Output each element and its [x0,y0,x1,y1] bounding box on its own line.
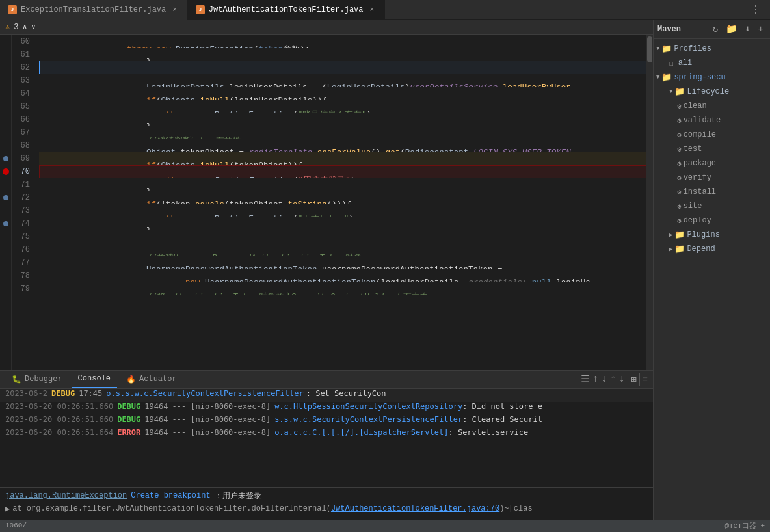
linenum-64: 64 [12,87,30,100]
editor-panel: ⚠ 3 ∧ ∨ [0,20,653,520]
lifecycle-package[interactable]: ⚙ package [654,156,770,170]
nav-down[interactable]: ∨ [31,22,36,32]
log-msg-3: : Servlet.service [448,428,528,437]
maven-lifecycle-item[interactable]: ▼ 📁 Lifecycle [654,85,770,99]
tab-close-1[interactable]: × [170,5,179,15]
console-download-btn[interactable]: ↓ [619,373,626,385]
code-line-72: if(!token.equals(tokenObject.toString())… [39,191,646,204]
line-73-content: throw new RuntimeException("无效token"); [39,204,646,217]
code-line-73: throw new RuntimeException("无效token"); [39,204,646,217]
maven-profiles-item[interactable]: ▼ 📁 Profiles [654,42,770,56]
stack-link[interactable]: JwtAuthenticationTokenFilter.java:70 [331,504,499,513]
console-grid-btn[interactable]: ⊞ [628,373,639,386]
maven-depend-item[interactable]: ▶ 📁 Depend [654,242,770,256]
linenum-67: 67 [12,126,30,139]
lifecycle-site[interactable]: ⚙ site [654,199,770,213]
line-63-content: LoginUserDetails loginUserDetails = (Log… [39,74,646,87]
lock-indicator-74 [3,221,8,226]
console-label: Console [78,374,111,383]
plugins-expand-icon: ▶ [669,232,672,239]
java-icon-1: J [8,5,17,14]
maven-plugins-item[interactable]: ▶ 📁 Plugins [654,228,770,242]
code-line-63: LoginUserDetails loginUserDetails = (Log… [39,74,646,87]
log-thread-1: --- [nio-8060-exec-8] [172,402,271,411]
spring-folder-icon: 📁 [661,72,672,83]
lifecycle-verify[interactable]: ⚙ verify [654,170,770,185]
log-thread-3: --- [nio-8060-exec-8] [172,428,271,437]
warning-icon: ⚠ [5,22,10,32]
code-lines: throw new RuntimeException(token参数); } [35,35,646,370]
log-time-2: 2023-06-20 00:26:51.660 [5,415,113,424]
gutter-72 [0,191,11,204]
plugins-label: Plugins [687,230,719,239]
lifecycle-test[interactable]: ⚙ test [654,142,770,156]
linenum-79: 79 [12,282,30,295]
log-class-0: o.s.s.w.c.SecurityContextPersistenceFilt… [106,389,303,398]
lifecycle-validate[interactable]: ⚙ validate [654,113,770,127]
maven-spring-item[interactable]: ▼ 📁 spring-secu [654,70,770,85]
code-line-76: //构建UsernamePasswordAuthenticationToken对… [39,243,646,256]
left-gutter [0,35,12,370]
line-65-content: throw new RuntimeException("账号信息不存在"); [39,100,646,113]
gutter-62 [0,61,11,74]
tab-actuator[interactable]: 🔥 Actuator [120,370,183,388]
lifecycle-deploy[interactable]: ⚙ deploy [654,213,770,228]
exception-class[interactable]: java.lang.RuntimeException [5,491,127,500]
line-77-content: UsernamePasswordAuthenticationToken user… [39,256,646,269]
tab-exception-filter[interactable]: J ExceptionTranslationFilter.java × [0,0,188,20]
nav-up[interactable]: ∧ [22,22,27,32]
actuator-label: Actuator [139,375,177,384]
gutter-63 [0,74,11,87]
code-line-64: if(Objects.isNull(loginUserDetails)){ [39,87,646,100]
breakpoint-70[interactable] [3,168,9,175]
maven-download-btn[interactable]: ⬇ [742,22,752,36]
create-breakpoint-label[interactable]: Create breakpoint [131,491,210,500]
exception-message: ：用户未登录 [215,490,261,501]
linenum-72: 72 [12,191,30,204]
line-71-content: } [39,178,646,191]
maven-add-btn[interactable]: + [756,23,766,36]
tab-bar: J ExceptionTranslationFilter.java × J Jw… [0,0,770,20]
lifecycle-install[interactable]: ⚙ install [654,185,770,199]
tab-close-2[interactable]: × [367,5,377,15]
code-line-75 [39,230,646,243]
gutter-61 [0,48,11,61]
spring-label: spring-secu [674,73,725,82]
code-line-79: //将authenticationToken对象放入SecurityContex… [39,282,646,295]
console-wrap-btn[interactable]: ☰ [581,373,590,386]
linenum-63: 63 [12,74,30,87]
line-70-content: throw new RuntimeException("用户未登录"); [40,166,646,178]
tab-bar-end: ⋮ [747,2,770,18]
code-line-78: new UsernamePasswordAuthenticationToken(… [39,269,646,282]
lifecycle-clean[interactable]: ⚙ clean [654,99,770,113]
line-66-content: } [39,113,646,126]
tab-console[interactable]: Console [72,370,117,388]
tab-jwt-filter[interactable]: J JwtAuthenticationTokenFilter.java × [188,0,385,20]
gear-comp-icon: ⚙ [677,131,682,139]
log-level-3: ERROR [117,428,140,437]
log-level-0: DEBUG [51,389,75,398]
console-scroll-down[interactable]: ↓ [601,373,607,385]
log-level-1: DEBUG [117,402,140,411]
maven-folder-btn[interactable]: 📁 [723,22,739,36]
line-62-content [40,61,646,74]
console-scroll-up[interactable]: ↑ [592,373,599,385]
lifecycle-compile[interactable]: ⚙ compile [654,127,770,142]
console-upload[interactable]: ↑ [610,373,617,385]
maven-refresh-btn[interactable]: ↻ [710,22,721,36]
more-tabs-button[interactable]: ⋮ [747,2,765,18]
lifecycle-label: Lifecycle [687,87,729,96]
gutter-64 [0,87,11,100]
linenum-74: 74 [12,217,30,230]
gutter-69 [0,152,11,165]
editor-scrollbar[interactable] [646,35,653,370]
maven-profile-ali[interactable]: ☐ ali [654,56,770,70]
lifecycle-expand-icon: ▼ [669,88,672,95]
console-list-btn[interactable]: ≡ [643,374,648,384]
plugins-folder-icon: 📁 [674,230,685,240]
pack-label: package [684,159,716,168]
tab-debugger[interactable]: 🐛 Debugger [5,370,69,388]
expand-stack-icon[interactable]: ▶ [5,504,10,514]
lifecycle-folder-icon: 📁 [674,86,685,97]
gutter-60 [0,35,11,48]
